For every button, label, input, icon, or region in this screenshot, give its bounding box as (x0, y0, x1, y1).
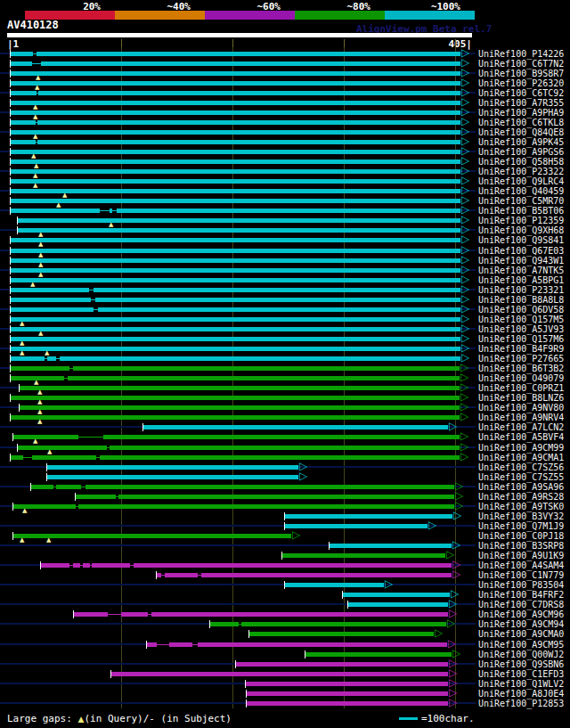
hit-label[interactable]: UniRef100_B5BT06 (478, 206, 564, 216)
query-gap-mark: ▲ (45, 350, 49, 356)
alignment-start-tick (246, 690, 247, 698)
hit-label[interactable]: UniRef100_A9U1K9 (478, 551, 564, 560)
alignment-bar (247, 701, 448, 706)
hit-label[interactable]: UniRef100_A9SA96 (478, 482, 564, 492)
hit-label[interactable]: UniRef100_B3VY32 (478, 511, 564, 521)
hit-label[interactable]: UniRef100_A9TSK0 (478, 502, 564, 511)
hit-label[interactable]: UniRef100_Q84QE8 (478, 127, 564, 137)
subject-gap-mark (23, 455, 32, 460)
hit-label[interactable]: UniRef100_A9CMA0 (478, 629, 564, 639)
hit-label[interactable]: UniRef100_Q00WJ2 (478, 650, 564, 659)
hit-label[interactable]: UniRef100_A9RS28 (478, 492, 564, 502)
hit-label[interactable]: UniRef100_B8A8L8 (478, 295, 564, 305)
hit-label[interactable]: UniRef100_A9NV80 (478, 403, 564, 413)
hit-label[interactable]: UniRef100_Q9S841 (478, 235, 564, 245)
hit-label[interactable]: UniRef100_A9PK45 (478, 137, 564, 147)
hit-label[interactable]: UniRef100_Q157M6 (478, 334, 564, 344)
alignment-bar (11, 347, 460, 351)
hit-label[interactable]: UniRef100_Q157M5 (478, 315, 564, 324)
alignment-bar (11, 317, 460, 322)
hit-label[interactable]: UniRef100_A7R355 (478, 98, 564, 108)
alignment-start-tick (10, 119, 11, 127)
hit-label[interactable]: UniRef100_A7NTK5 (478, 266, 564, 275)
hit-label[interactable]: UniRef100_C7DRS8 (478, 600, 564, 609)
hit-label[interactable]: UniRef100_P83504 (478, 580, 564, 590)
hit-label[interactable]: UniRef100_P14226 (478, 49, 564, 59)
subject-gap-mark (53, 485, 56, 489)
hit-label[interactable]: UniRef100_P26320 (478, 78, 564, 88)
hit-label[interactable]: UniRef100_A5BPG1 (478, 275, 564, 285)
hit-label[interactable]: UniRef100_P23321 (478, 285, 564, 295)
alignment-start-tick (10, 60, 11, 68)
hit-label[interactable]: UniRef100_A4SAM4 (478, 560, 564, 570)
alignment-start-tick (10, 70, 11, 78)
alignment-start-tick (10, 335, 11, 343)
alignment-bar (11, 327, 460, 331)
hit-label[interactable]: UniRef100_B4FRF2 (478, 590, 564, 600)
hit-label[interactable]: UniRef100_P23322 (478, 167, 564, 176)
hit-label[interactable]: UniRef100_C7SZ55 (478, 472, 564, 482)
hit-label[interactable]: UniRef100_C6TKL8 (478, 118, 564, 127)
hit-label[interactable]: UniRef100_Q943W1 (478, 256, 564, 266)
query-gap-mark: ▲ (36, 75, 40, 81)
hit-label[interactable]: UniRef100_Q9LRC4 (478, 176, 564, 186)
alignment-start-tick (12, 532, 13, 540)
alignment-end-arrow-icon: ▷ (452, 568, 460, 579)
hit-label[interactable]: UniRef100_B9S8R7 (478, 69, 564, 78)
alignment-start-tick (10, 187, 11, 195)
hit-label[interactable]: UniRef100_A9CM96 (478, 609, 564, 619)
hit-label[interactable]: UniRef100_C6T7N2 (478, 59, 564, 69)
alignment-bar (11, 120, 460, 125)
hit-label[interactable]: UniRef100_Q40459 (478, 186, 564, 196)
hit-label[interactable]: UniRef100_C0PRZ1 (478, 383, 564, 393)
alignment-start-tick (19, 404, 20, 412)
hit-label[interactable]: UniRef100_A9CM99 (478, 443, 564, 453)
subject-gap-line (112, 210, 117, 211)
hit-label[interactable]: UniRef100_C1EFD3 (478, 669, 564, 679)
hit-label[interactable]: UniRef100_Q58H58 (478, 157, 564, 167)
subject-gap-mark (116, 495, 118, 499)
alignment-bar (13, 534, 291, 538)
hit-label[interactable]: UniRef100_A5JV93 (478, 324, 564, 334)
subject-gap-line (36, 122, 37, 123)
hit-label[interactable]: UniRef100_A9CM94 (478, 619, 564, 629)
hit-label[interactable]: UniRef100_Q9XH68 (478, 225, 564, 235)
alignment-start-tick (10, 276, 11, 284)
subject-gap-line (45, 358, 47, 359)
subject-gap-line (148, 614, 151, 615)
hit-label[interactable]: UniRef100_C5MR70 (478, 196, 564, 206)
hit-label[interactable]: UniRef100_C0PJ18 (478, 531, 564, 541)
alignment-bar (285, 514, 452, 519)
hit-label[interactable]: UniRef100_A9CM95 (478, 640, 564, 650)
hit-label[interactable]: UniRef100_B8LNZ6 (478, 393, 564, 403)
ruler-tick-100 (121, 39, 122, 47)
hit-label[interactable]: UniRef100_O49079 (478, 373, 564, 383)
hit-label[interactable]: UniRef100_C6TC92 (478, 88, 564, 98)
subject-gap-dash-icon: - (149, 713, 155, 724)
alignment-start-tick (209, 620, 210, 628)
hit-label[interactable]: UniRef100_B6T3B2 (478, 364, 564, 373)
hit-label[interactable]: UniRef100_Q6DV58 (478, 305, 564, 315)
hit-label[interactable]: UniRef100_Q7M1J9 (478, 521, 564, 531)
hit-label[interactable]: UniRef100_P12359 (478, 216, 564, 225)
alignment-start-tick (10, 168, 11, 176)
alignment-bar (249, 632, 434, 636)
hit-label[interactable]: UniRef100_A5BVF4 (478, 432, 564, 442)
hit-label[interactable]: UniRef100_Q67E03 (478, 246, 564, 256)
hit-label[interactable]: UniRef100_C1N779 (478, 570, 564, 580)
alignment-bar (18, 228, 460, 233)
hit-label[interactable]: UniRef100_Q1WLV2 (478, 679, 564, 689)
hit-label[interactable]: UniRef100_Q9SBN6 (478, 659, 564, 669)
hit-label[interactable]: UniRef100_P12853 (478, 699, 564, 708)
hit-label[interactable]: UniRef100_A8J0E4 (478, 689, 564, 699)
hit-label[interactable]: UniRef100_B4F9R9 (478, 344, 564, 354)
hit-label[interactable]: UniRef100_A9CMA1 (478, 453, 564, 462)
hit-label[interactable]: UniRef100_A7LCN2 (478, 422, 564, 432)
hit-label[interactable]: UniRef100_C7SZ56 (478, 462, 564, 472)
hit-label[interactable]: UniRef100_P27665 (478, 354, 564, 364)
hit-label[interactable]: UniRef100_A9NRV4 (478, 413, 564, 422)
alignment-bar (41, 563, 452, 568)
hit-label[interactable]: UniRef100_A9PHA9 (478, 108, 564, 118)
hit-label[interactable]: UniRef100_A9PGS6 (478, 147, 564, 157)
hit-label[interactable]: UniRef100_B3SRP8 (478, 541, 564, 551)
